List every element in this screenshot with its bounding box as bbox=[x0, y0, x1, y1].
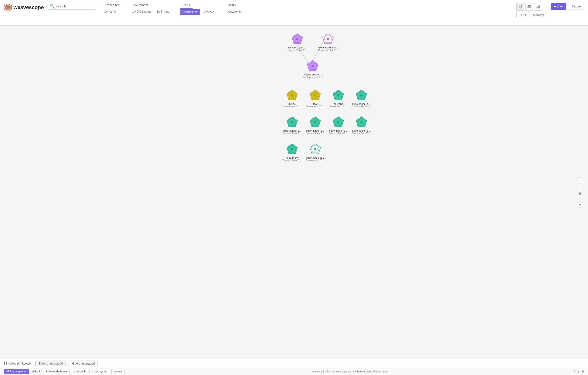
memory-button[interactable]: Memory bbox=[530, 12, 547, 18]
svg-rect-13 bbox=[528, 8, 531, 8]
status-icons: ↻ ℹ ⚙ bbox=[574, 370, 584, 373]
node-shape-weave-scope-deploy bbox=[306, 60, 319, 73]
node-weave-scope-deploy[interactable]: weave-scope-...Deployment of 1 ... bbox=[303, 60, 323, 79]
cpu-button[interactable]: CPU bbox=[516, 12, 529, 18]
nav-containers-label[interactable]: Containers bbox=[130, 2, 151, 8]
refresh-icon[interactable]: ↻ bbox=[574, 370, 576, 373]
node-sublabel-kube-proxy: DaemonSet of 3 ... bbox=[283, 159, 302, 162]
svg-point-6 bbox=[519, 6, 520, 7]
node-label-kubernetes-da: kubernetes-da... bbox=[306, 156, 325, 159]
node-shape-weave-scope-c-1 bbox=[322, 33, 335, 46]
node-sublabel-kube-flannel-d-3: DaemonSet of 3 ... bbox=[306, 132, 325, 135]
ns-tab-kube-node-lease[interactable]: kube-node-lease bbox=[44, 369, 70, 374]
svg-point-25 bbox=[291, 121, 293, 123]
node-sublabel-weave-scope-c-1: Deployment of 1 ... bbox=[318, 49, 338, 51]
svg-point-20 bbox=[312, 65, 314, 67]
node-kube-flannel-d-3[interactable]: kube-flannel-d...DaemonSet of 3 ... bbox=[306, 116, 325, 135]
node-label-kube-flannel-d-5: kube-flannel-d... bbox=[352, 129, 371, 132]
svg-rect-11 bbox=[528, 5, 531, 6]
node-sublabel-kube-flannel-d-1: DaemonSet of 3 ... bbox=[352, 105, 371, 108]
node-label-kube-flannel-d-2: kube-flannel-d... bbox=[283, 129, 302, 132]
settings-icon[interactable]: ⚙ bbox=[581, 370, 584, 373]
view-resource-button[interactable] bbox=[534, 3, 542, 11]
svg-point-21 bbox=[291, 94, 293, 97]
node-kube-flannel-d-5[interactable]: kube-flannel-d...DaemonSet of 3 ... bbox=[352, 116, 371, 135]
svg-point-23 bbox=[337, 94, 339, 97]
node-label-coredns: coredns bbox=[334, 102, 343, 105]
node-kube-flannel-d-2[interactable]: kube-flannel-d...DaemonSet of 3 ... bbox=[283, 116, 302, 135]
svg-point-28 bbox=[360, 121, 363, 123]
table-icon bbox=[527, 5, 531, 9]
ns-tab-kube-public[interactable]: kube-public bbox=[70, 369, 89, 374]
node-label-weave-scope-c-1: weave-scope-c... bbox=[318, 46, 338, 49]
nav-pods-label[interactable]: Pods bbox=[180, 2, 193, 9]
node-coredns[interactable]: corednsDeployment of 2 ... bbox=[329, 89, 348, 108]
node-shape-kube-flannel-d-4 bbox=[332, 116, 345, 129]
zoom-out-button[interactable]: − bbox=[577, 201, 583, 208]
nav-processes-label[interactable]: Processes bbox=[102, 2, 122, 8]
ns-tab-weave[interactable]: weave bbox=[111, 369, 125, 374]
nav-pods-controllers[interactable]: Controllers bbox=[180, 9, 200, 15]
node-sublabel-kube-flannel-d-2: DaemonSet of 3 ... bbox=[283, 132, 302, 135]
node-test[interactable]: testDeployment of 3 ... bbox=[306, 89, 325, 108]
info-icon[interactable]: ℹ bbox=[578, 370, 579, 373]
node-nginx[interactable]: nginxDeployment of 3 ... bbox=[283, 89, 302, 108]
svg-point-30 bbox=[314, 148, 316, 151]
svg-rect-12 bbox=[528, 7, 531, 7]
node-weave-scope-c-1[interactable]: weave-scope-c...Deployment of 1 ... bbox=[318, 33, 338, 51]
hide-unmanaged-button[interactable]: Hide unmanaged bbox=[69, 361, 98, 366]
connections-svg bbox=[0, 26, 588, 359]
nav-hosts: Hosts Weave Net bbox=[223, 2, 247, 14]
node-shape-kube-proxy bbox=[286, 143, 299, 156]
main-canvas: weave-scope-...DaemonSet of 3 ...weave-s… bbox=[0, 26, 588, 359]
svg-point-29 bbox=[291, 148, 293, 151]
nav-processes-byname[interactable]: by name bbox=[102, 9, 119, 14]
version-info: Version 1.11.6 on weave-scope-app-cf544d… bbox=[312, 370, 387, 373]
node-kube-flannel-d-4[interactable]: kube-flannel-d...DaemonSet of 3 ... bbox=[329, 116, 348, 135]
live-button[interactable]: ▶ Live bbox=[551, 3, 566, 10]
node-shape-kube-flannel-d-1 bbox=[355, 89, 368, 102]
view-table-button[interactable] bbox=[525, 3, 533, 11]
svg-point-19 bbox=[327, 38, 329, 40]
zoom-handle[interactable] bbox=[579, 193, 581, 195]
svg-point-22 bbox=[314, 94, 316, 97]
search-input[interactable] bbox=[56, 4, 94, 8]
node-sublabel-coredns: Deployment of 2 ... bbox=[329, 105, 348, 108]
svg-point-7 bbox=[521, 5, 522, 6]
nav-containers: Containers by DNS name by image bbox=[128, 2, 174, 14]
zoom-controls: + − bbox=[577, 177, 583, 208]
pause-button[interactable]: Pause bbox=[568, 3, 584, 10]
svg-point-8 bbox=[521, 7, 522, 8]
search-box[interactable]: 🔍 bbox=[48, 3, 96, 10]
node-shape-weave-scope-app-1 bbox=[291, 33, 304, 46]
node-label-nginx: nginx bbox=[289, 102, 295, 105]
search-icon: 🔍 bbox=[50, 4, 55, 8]
nav-pods-services[interactable]: Services bbox=[200, 9, 217, 15]
node-shape-test bbox=[309, 89, 322, 102]
live-controls: ▶ Live Pause bbox=[551, 2, 584, 10]
play-icon: ▶ bbox=[554, 5, 556, 8]
node-kubernetes-da[interactable]: kubernetes-da...Deployment of 1 ... bbox=[306, 143, 325, 162]
ns-tab-default[interactable]: default bbox=[30, 369, 43, 374]
node-sublabel-kube-flannel-d-5: DaemonSet of 3 ... bbox=[352, 132, 371, 135]
nav-hosts-label[interactable]: Hosts bbox=[224, 2, 239, 8]
ns-tab-kube-system[interactable]: kube-system bbox=[90, 369, 111, 374]
nav-processes: Processes by name bbox=[100, 2, 124, 14]
logo-icon bbox=[4, 3, 12, 12]
zoom-in-button[interactable]: + bbox=[577, 177, 583, 183]
nav-hosts-weavenet[interactable]: Weave Net bbox=[224, 9, 245, 14]
node-count: 13 nodes (4 filtered) bbox=[4, 362, 31, 365]
ns-tab-all-namespaces[interactable]: All Namespaces bbox=[4, 369, 29, 374]
logo: weavescope bbox=[4, 2, 44, 12]
node-shape-kube-flannel-d-3 bbox=[309, 116, 322, 129]
show-unmanaged-button[interactable]: Show unmanaged bbox=[35, 361, 66, 366]
namespace-tabs: All Namespacesdefaultkube-node-leasekube… bbox=[4, 369, 125, 374]
view-graph-button[interactable] bbox=[516, 3, 524, 11]
svg-point-18 bbox=[296, 38, 298, 40]
node-kube-proxy[interactable]: kube-proxyDaemonSet of 3 ... bbox=[283, 143, 302, 162]
node-weave-scope-app-1[interactable]: weave-scope-...DaemonSet of 3 ... bbox=[288, 33, 307, 51]
nav-containers-byimage[interactable]: by image bbox=[154, 9, 172, 14]
svg-point-27 bbox=[337, 121, 339, 123]
node-kube-flannel-d-1[interactable]: kube-flannel-d...DaemonSet of 3 ... bbox=[352, 89, 371, 108]
nav-containers-bydns[interactable]: by DNS name bbox=[130, 9, 154, 14]
